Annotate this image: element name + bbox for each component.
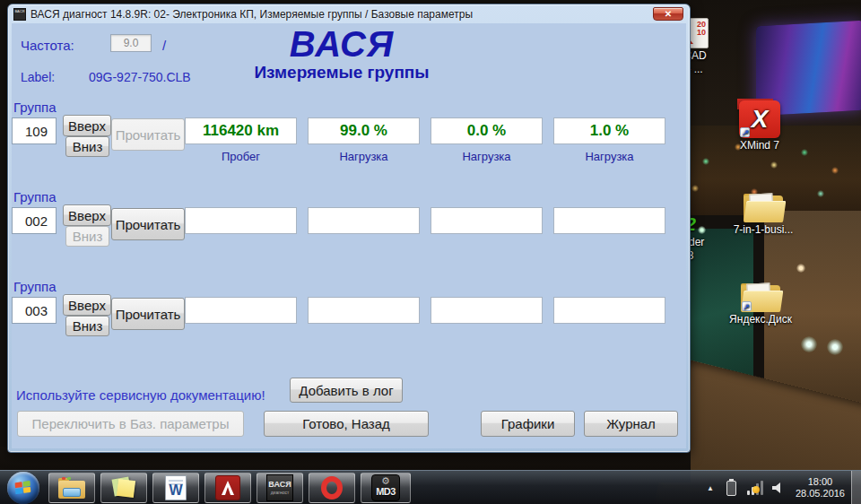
value-field: [185, 297, 297, 324]
frequency-input[interactable]: 9.0: [110, 34, 152, 52]
shortcut-arrow-icon: ↗: [740, 127, 750, 137]
battery-icon[interactable]: [726, 481, 736, 496]
down-button: Вниз: [65, 226, 109, 247]
value-field: [553, 207, 665, 234]
taskbar-md3-button[interactable]: ⚙ MD3: [361, 473, 411, 503]
gear-icon: ⚙: [372, 475, 399, 486]
up-button[interactable]: Вверх: [63, 115, 111, 136]
group-number-input[interactable]: 002: [12, 207, 57, 234]
system-tray: ▲ 18:00 28.05.2016: [707, 471, 861, 504]
autocad-year: 20 10: [697, 21, 706, 37]
up-button[interactable]: Вверх: [63, 294, 111, 316]
brand-title: ВАСЯ: [180, 25, 503, 63]
taskbar-explorer-button[interactable]: [48, 473, 95, 503]
xmind-label: XMind 7: [732, 140, 787, 152]
shortcut-arrow-icon: ↗: [742, 301, 752, 311]
network-warning-dot: [752, 486, 760, 493]
show-desktop-button[interactable]: [851, 471, 861, 504]
clock-date: 28.05.2016: [796, 488, 845, 500]
explorer-icon: [58, 477, 85, 499]
value-caption: Нагрузка: [430, 150, 543, 163]
window-client-area: Частота: 9.0 / Label: 09G-927-750.CLB ВА…: [12, 23, 686, 448]
group-caption: Группа: [13, 100, 57, 115]
add-to-log-button[interactable]: Добавить в лог: [290, 378, 403, 403]
value-caption: Нагрузка: [553, 150, 665, 163]
read-button: Прочитать: [111, 118, 185, 151]
group-number-input[interactable]: 109: [12, 117, 57, 144]
desktop: 20 10 CAD - ... X ↗ XMind 7 2 oader 8 7-…: [0, 0, 861, 504]
taskbar-sticky-notes-button[interactable]: [100, 473, 147, 503]
group-row-003: Группа 003 Вверх Вниз Прочитать: [12, 279, 688, 349]
show-hidden-icons-button[interactable]: ▲: [707, 484, 714, 492]
desktop-icon-folder-7in1[interactable]: 7-in-1-busi...: [732, 190, 795, 236]
folder7-label: 7-in-1-busi...: [732, 224, 795, 236]
taskbar-vasya-diagnost-button[interactable]: ВАСЯ диагност: [257, 473, 303, 503]
down-button[interactable]: Вниз: [65, 316, 109, 336]
group-number-input[interactable]: 003: [12, 297, 57, 324]
network-icon[interactable]: [747, 481, 763, 495]
background-lamp-glow: [801, 336, 817, 352]
frequency-label: Частота:: [21, 38, 74, 53]
taskbar-adobe-reader-button[interactable]: [204, 473, 251, 503]
read-button[interactable]: Прочитать: [111, 208, 185, 240]
page-title: Измеряемые группы: [180, 63, 503, 83]
vasya-diagnost-icon: ВАСЯ диагност: [266, 474, 293, 501]
windows-logo-icon: [15, 480, 32, 495]
background-lamp-glow: [796, 264, 805, 273]
value-field: [308, 207, 420, 234]
window-title: ВАСЯ диагност 14.8.9R: 02- Электроника К…: [30, 8, 473, 21]
xmind-icon: X ↗: [739, 100, 780, 138]
taskbar-word-button[interactable]: W: [152, 473, 199, 503]
yandex-label: Яндекс.Диск: [726, 314, 795, 326]
value-field: 0.0 %: [430, 117, 543, 144]
journal-button[interactable]: Журнал: [584, 411, 678, 437]
value-field: [185, 207, 297, 234]
start-button[interactable]: [7, 472, 39, 504]
desktop-icon-yandex-disk[interactable]: ↗ Яндекс.Диск: [726, 280, 795, 326]
clock[interactable]: 18:00 28.05.2016: [796, 476, 845, 500]
clock-time: 18:00: [796, 476, 845, 488]
value-caption: Нагрузка: [308, 150, 420, 163]
value-field: 116420 km: [185, 117, 297, 144]
brand-block: ВАСЯ Измеряемые группы: [180, 25, 503, 83]
volume-icon[interactable]: [772, 482, 785, 494]
md3-icon: ⚙ MD3: [371, 474, 400, 501]
value-caption: Пробег: [185, 150, 297, 163]
down-button[interactable]: Вниз: [65, 136, 109, 157]
value-field: 1.0 %: [553, 117, 665, 144]
file-value: 09G-927-750.CLB: [89, 70, 191, 84]
group-row-109: Группа 109 Вверх Вниз Прочитать 116420 k…: [12, 100, 688, 169]
background-lamp-glow: [827, 339, 843, 355]
up-button[interactable]: Вверх: [63, 204, 111, 226]
folder-icon: ↗: [741, 280, 780, 312]
taskbar: W ВАСЯ диагност ⚙ MD3: [0, 470, 861, 504]
titlebar[interactable]: ВАСЯ ВАСЯ диагност 14.8.9R: 02- Электрон…: [8, 4, 690, 23]
taskbar-opera-button[interactable]: [309, 473, 355, 503]
word-icon: W: [165, 475, 187, 500]
frequency-slash: /: [162, 38, 166, 53]
value-field: [430, 297, 543, 324]
value-field: 99.0 %: [308, 117, 420, 144]
folder-icon: [744, 190, 783, 222]
done-back-button[interactable]: Готово, Назад: [264, 411, 429, 437]
adobe-reader-icon: [215, 475, 240, 500]
switch-basic-button: Переключить в Баз. параметры: [17, 411, 244, 437]
window-icon: ВАСЯ: [13, 8, 26, 21]
value-field: [308, 297, 420, 324]
group-caption: Группа: [13, 279, 57, 294]
group-caption: Группа: [13, 189, 57, 204]
value-field: [430, 207, 543, 234]
sticky-notes-icon: [111, 476, 136, 500]
group-row-002: Группа 002 Вверх Вниз Прочитать: [12, 189, 688, 259]
opera-icon: [321, 476, 343, 500]
value-field: [553, 297, 665, 324]
graphs-button[interactable]: Графики: [481, 411, 575, 437]
desktop-icon-xmind[interactable]: X ↗ XMind 7: [732, 100, 787, 152]
read-button[interactable]: Прочитать: [111, 298, 185, 330]
service-notice: Используйте сервисную документацию!: [16, 387, 265, 403]
file-label: Label:: [21, 70, 55, 84]
vasya-diagnost-window: ВАСЯ ВАСЯ диагност 14.8.9R: 02- Электрон…: [7, 4, 691, 453]
close-button[interactable]: ✕: [653, 7, 683, 21]
